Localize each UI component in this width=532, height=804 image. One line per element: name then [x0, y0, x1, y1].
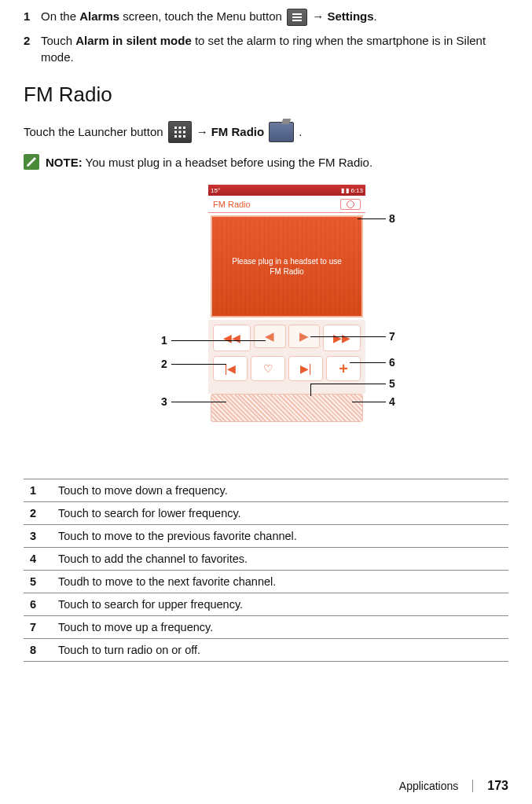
signal-icon: ▮ — [341, 187, 344, 194]
tune-row: ◀◀ ◀ ▶ ▶▶ — [213, 325, 361, 351]
favorite-row: |◀ ♡ ▶| + — [213, 356, 361, 381]
callout-label-2: 2 — [161, 358, 167, 370]
table-row: 5Toudh to move to the next favorite chan… — [24, 571, 508, 593]
page-footer: Applications 173 — [399, 779, 508, 793]
prev-favorite-button[interactable]: |◀ — [213, 356, 248, 381]
freq-down-button[interactable]: ◀ — [254, 325, 285, 348]
controls-panel: ◀◀ ◀ ▶ ▶▶ |◀ ♡ ▶| + — [208, 320, 365, 394]
status-time: 6:13 — [350, 187, 363, 194]
callout-lead — [171, 402, 226, 402]
step-2: 2 Touch Alarm in silent mode to set the … — [24, 32, 508, 65]
callout-label-5: 5 — [389, 377, 395, 390]
callout-lead — [171, 364, 226, 365]
battery-icon: ▮ — [346, 187, 349, 194]
note-icon — [24, 154, 39, 170]
phone-diagram: 15° ▮ ▮ 6:13 FM Radio Please plug in a h… — [24, 185, 508, 468]
note-block: NOTE: You must plug in a headset before … — [24, 154, 508, 171]
svg-rect-11 — [183, 135, 185, 138]
table-row: 2Touch to search for lower frequency. — [24, 502, 508, 525]
seek-up-button[interactable]: ▶▶ — [323, 325, 361, 351]
callout-label-6: 6 — [389, 356, 395, 369]
callout-lead — [352, 402, 386, 402]
callout-label-7: 7 — [389, 330, 395, 343]
top-steps: 1 On the Alarms screen, touch the Menu b… — [24, 8, 508, 65]
svg-rect-4 — [178, 127, 181, 129]
callout-lead — [171, 340, 266, 341]
page-number: 173 — [487, 779, 508, 793]
seek-down-button[interactable]: ◀◀ — [213, 325, 251, 351]
section-heading: FM Radio — [24, 83, 508, 107]
speaker-grille — [211, 394, 363, 422]
launch-instruction: Touch the Launcher button → FM Radio . — [24, 121, 508, 143]
launcher-icon — [168, 121, 192, 143]
footer-separator — [472, 780, 473, 792]
status-bar: 15° ▮ ▮ 6:13 — [208, 185, 365, 196]
callout-reference-table: 1Touch to move down a frequency. 2Touch … — [24, 479, 508, 662]
step-number: 2 — [24, 32, 41, 65]
callout-lead — [310, 384, 386, 384]
svg-rect-9 — [174, 135, 177, 138]
page: 1 On the Alarms screen, touch the Menu b… — [0, 0, 532, 804]
callout-label-1: 1 — [161, 334, 167, 347]
callout-label-3: 3 — [161, 395, 167, 408]
table-row: 8Touch to turn radio on or off. — [24, 639, 508, 662]
power-toggle-button[interactable] — [340, 199, 361, 210]
svg-rect-3 — [174, 127, 177, 129]
callout-lead — [358, 218, 386, 219]
phone-screenshot: 15° ▮ ▮ 6:13 FM Radio Please plug in a h… — [208, 185, 365, 422]
callout-lead — [310, 384, 311, 396]
favorite-heart-button[interactable]: ♡ — [251, 356, 285, 381]
table-row: 6Touch to search for upper frequency. — [24, 593, 508, 616]
table-row: 1Touch to move down a frequency. — [24, 479, 508, 502]
table-row: 7Touch to move up a frequency. — [24, 616, 508, 639]
status-left: 15° — [211, 187, 220, 194]
svg-rect-10 — [178, 135, 181, 138]
footer-section: Applications — [399, 780, 459, 792]
callout-label-8: 8 — [389, 212, 395, 225]
callout-label-4: 4 — [389, 395, 395, 408]
svg-rect-8 — [183, 131, 185, 134]
step-text: On the Alarms screen, touch the Menu but… — [41, 8, 508, 26]
menu-icon — [287, 9, 307, 26]
table-row: 4Touch to add the channel to favorites. — [24, 548, 508, 571]
svg-rect-7 — [178, 131, 181, 134]
step-1: 1 On the Alarms screen, touch the Menu b… — [24, 8, 508, 26]
svg-rect-6 — [174, 131, 177, 134]
app-title: FM Radio — [213, 200, 251, 209]
add-favorite-button[interactable]: + — [326, 356, 361, 381]
table-row: 3Touch to move to the previous favorite … — [24, 525, 508, 548]
fm-radio-icon — [269, 122, 294, 142]
radio-display: Please plug in a headset to use FM Radio — [211, 215, 363, 318]
next-favorite-button[interactable]: ▶| — [288, 356, 323, 381]
app-bar: FM Radio — [208, 196, 365, 213]
note-text: NOTE: You must plug in a headset before … — [46, 154, 372, 171]
callout-lead — [310, 336, 386, 337]
svg-rect-5 — [183, 127, 185, 129]
step-number: 1 — [24, 8, 41, 26]
display-message: Please plug in a headset to use FM Radio — [212, 256, 361, 277]
step-text: Touch Alarm in silent mode to set the al… — [41, 32, 508, 65]
callout-lead — [350, 362, 386, 363]
